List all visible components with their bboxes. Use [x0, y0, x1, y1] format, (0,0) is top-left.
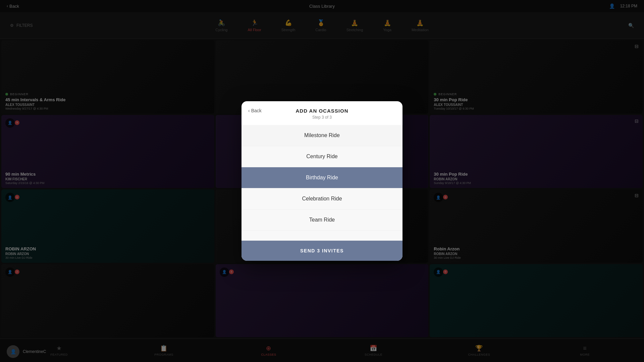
modal-title: ADD AN OCASSION: [250, 108, 394, 114]
option-partial: [241, 231, 402, 241]
modal-overlay: ‹ Back ADD AN OCASSION Step 3 of 3 Miles…: [0, 0, 644, 362]
modal-header: ‹ Back ADD AN OCASSION Step 3 of 3: [241, 101, 402, 120]
send-invites-button[interactable]: SEND 3 INVITES: [241, 241, 402, 261]
option-birthday[interactable]: Birthday Ride: [241, 167, 402, 188]
option-century-label: Century Ride: [306, 154, 337, 159]
modal-back-button[interactable]: ‹ Back: [248, 108, 262, 113]
option-team-label: Team Ride: [309, 217, 335, 223]
modal-back-label: Back: [251, 108, 262, 113]
option-milestone[interactable]: Milestone Ride: [241, 125, 402, 146]
option-celebration[interactable]: Celebration Ride: [241, 188, 402, 209]
option-century[interactable]: Century Ride: [241, 146, 402, 167]
option-team[interactable]: Team Ride: [241, 209, 402, 231]
option-celebration-label: Celebration Ride: [302, 196, 342, 201]
add-occasion-modal: ‹ Back ADD AN OCASSION Step 3 of 3 Miles…: [241, 101, 402, 261]
back-chevron-icon: ‹: [248, 108, 250, 113]
option-milestone-label: Milestone Ride: [304, 132, 340, 138]
modal-step: Step 3 of 3: [250, 115, 394, 120]
ride-options-list: Milestone Ride Century Ride Birthday Rid…: [241, 125, 402, 241]
option-birthday-label: Birthday Ride: [306, 175, 338, 180]
